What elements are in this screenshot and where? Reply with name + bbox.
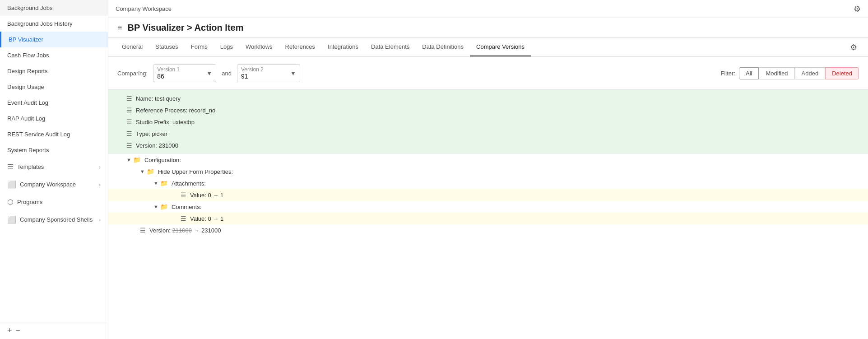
filter-label: Filter: xyxy=(721,70,736,77)
templates-icon: ☰ xyxy=(7,163,14,171)
collapse-arrow-icon[interactable]: ▼ xyxy=(153,204,158,209)
tree-row-hide-upper-form: ▼ 📁 Hide Upper Form Properties: xyxy=(108,166,868,177)
folder-icon: 📁 xyxy=(147,168,154,175)
row-text: Value: 0 → 1 xyxy=(190,215,223,222)
sidebar-item-label: Company Sponsored Shells xyxy=(20,216,93,223)
tab-data-definitions[interactable]: Data Definitions xyxy=(416,38,470,56)
sidebar-item-rap-audit-log[interactable]: RAP Audit Log xyxy=(0,111,108,126)
row-text: Configuration: xyxy=(144,157,181,163)
green-item-version: ☰ Version: 231000 xyxy=(126,139,859,151)
dropdown-arrow-icon: ▼ xyxy=(206,70,212,77)
new-version: 231000 xyxy=(201,227,221,234)
sidebar-item-label: RAP Audit Log xyxy=(7,115,45,122)
sidebar-item-label: Background Jobs History xyxy=(7,20,73,27)
row-text: Hide Upper Form Properties: xyxy=(158,168,233,175)
item-text: Type: picker xyxy=(136,130,167,137)
topbar-gear-button[interactable]: ⚙ xyxy=(854,4,861,14)
tree-content: ☰ Name: test query ☰ Reference Process: … xyxy=(108,90,868,236)
filter-section: Filter: All Modified Added Deleted xyxy=(721,67,859,79)
doc-icon: ☰ xyxy=(181,215,186,222)
folder-icon: 📁 xyxy=(133,156,141,163)
item-text: Version: 231000 xyxy=(136,142,178,149)
tab-logs[interactable]: Logs xyxy=(214,38,239,56)
remove-item-button[interactable]: − xyxy=(16,326,21,335)
folder-icon: 📁 xyxy=(160,180,168,187)
sidebar-item-cash-flow-jobs[interactable]: Cash Flow Jobs xyxy=(0,47,108,63)
filter-deleted-button[interactable]: Deleted xyxy=(825,67,859,79)
doc-icon: ☰ xyxy=(181,191,186,199)
chevron-right-icon: › xyxy=(99,164,101,170)
chevron-right-icon: › xyxy=(99,217,101,223)
filter-buttons: All Modified Added Deleted xyxy=(739,67,859,79)
tab-references[interactable]: References xyxy=(279,38,321,56)
add-item-button[interactable]: + xyxy=(7,326,12,335)
sidebar-item-company-sponsored-shells[interactable]: ⬜ Company Sponsored Shells › xyxy=(0,211,108,228)
item-text: Reference Process: record_no xyxy=(136,107,215,114)
topbar-title: Company Workspace xyxy=(116,5,172,12)
chevron-right-icon: › xyxy=(99,182,101,187)
tab-gear-button[interactable]: ⚙ xyxy=(846,39,861,56)
sidebar-item-system-reports[interactable]: System Reports xyxy=(0,142,108,158)
sidebar-item-label: Cash Flow Jobs xyxy=(7,52,49,59)
green-item-name: ☰ Name: test query xyxy=(126,93,859,104)
tab-data-elements[interactable]: Data Elements xyxy=(365,38,416,56)
green-item-studioprefix: ☰ Studio Prefix: uxtestbp xyxy=(126,116,859,128)
tabs-bar: General Statuses Forms Logs Workflows Re… xyxy=(108,38,868,57)
tab-workflows[interactable]: Workflows xyxy=(239,38,279,56)
sidebar-item-design-usage[interactable]: Design Usage xyxy=(0,79,108,95)
sidebar-item-label: Design Reports xyxy=(7,68,48,74)
tree-row-attachments-value: ☰ Value: 0 → 1 xyxy=(108,189,868,201)
sidebar-item-label: Design Usage xyxy=(7,84,44,90)
tree-row-configuration: ▼ 📁 Configuration: xyxy=(108,154,868,166)
doc-icon: ☰ xyxy=(126,107,132,114)
version2-select[interactable]: Version 2 91 ▼ xyxy=(237,64,300,82)
tab-statuses[interactable]: Statuses xyxy=(149,38,185,56)
sidebar-item-rest-service-audit-log[interactable]: REST Service Audit Log xyxy=(0,126,108,142)
sidebar-item-templates[interactable]: ☰ Templates › xyxy=(0,158,108,176)
dropdown-arrow-icon: ▼ xyxy=(290,70,296,77)
sidebar-item-label: Company Workspace xyxy=(20,181,76,188)
topbar: Company Workspace ⚙ xyxy=(108,0,868,18)
tab-integrations[interactable]: Integrations xyxy=(321,38,365,56)
sidebar-item-background-jobs[interactable]: Background Jobs xyxy=(0,0,108,16)
sidebar: Background Jobs Background Jobs History … xyxy=(0,0,108,339)
collapse-arrow-icon[interactable]: ▼ xyxy=(153,181,158,186)
filter-modified-button[interactable]: Modified xyxy=(759,67,794,79)
compare-section: Comparing: Version 1 86 ▼ and Version 2 … xyxy=(108,57,868,339)
old-version: 211000 xyxy=(172,227,192,234)
doc-icon: ☰ xyxy=(126,118,132,125)
filter-added-button[interactable]: Added xyxy=(795,67,826,79)
doc-icon: ☰ xyxy=(126,95,132,102)
version1-select[interactable]: Version 1 86 ▼ xyxy=(153,64,216,82)
sidebar-item-label: BP Visualizer xyxy=(9,36,43,43)
sidebar-item-company-workspace[interactable]: ⬜ Company Workspace › xyxy=(0,176,108,193)
settings-icon: ⚙ xyxy=(850,43,857,52)
version2-label: Version 2 xyxy=(241,66,264,73)
compare-toolbar: Comparing: Version 1 86 ▼ and Version 2 … xyxy=(108,57,868,90)
collapse-arrow-icon[interactable]: ▼ xyxy=(126,157,131,163)
tree-row-comments-value: ☰ Value: 0 → 1 xyxy=(108,213,868,224)
filter-all-button[interactable]: All xyxy=(739,67,759,79)
sidebar-item-label: Event Audit Log xyxy=(7,99,48,106)
tree-row-attachments: ▼ 📁 Attachments: xyxy=(108,177,868,189)
sidebar-item-event-audit-log[interactable]: Event Audit Log xyxy=(0,95,108,111)
main-content: Company Workspace ⚙ ≡ BP Visualizer > Ac… xyxy=(108,0,868,339)
company-sponsored-shells-icon: ⬜ xyxy=(7,215,16,224)
hamburger-icon[interactable]: ≡ xyxy=(117,23,122,33)
tree-row-comments: ▼ 📁 Comments: xyxy=(108,201,868,213)
version2-value: 91 xyxy=(241,73,264,80)
sidebar-item-background-jobs-history[interactable]: Background Jobs History xyxy=(0,16,108,32)
green-item-type: ☰ Type: picker xyxy=(126,128,859,139)
company-workspace-icon: ⬜ xyxy=(7,180,16,189)
tab-forms[interactable]: Forms xyxy=(185,38,214,56)
sidebar-item-programs[interactable]: ⬡ Programs xyxy=(0,193,108,211)
sidebar-item-label: REST Service Audit Log xyxy=(7,131,70,138)
tab-compare-versions[interactable]: Compare Versions xyxy=(470,38,531,56)
sidebar-item-design-reports[interactable]: Design Reports xyxy=(0,63,108,79)
tab-general[interactable]: General xyxy=(116,38,149,56)
folder-icon: 📁 xyxy=(160,203,168,210)
collapse-arrow-icon[interactable]: ▼ xyxy=(140,169,145,174)
sidebar-item-label: Background Jobs xyxy=(7,5,52,11)
sidebar-item-bp-visualizer[interactable]: BP Visualizer xyxy=(0,32,108,47)
programs-icon: ⬡ xyxy=(7,198,14,206)
